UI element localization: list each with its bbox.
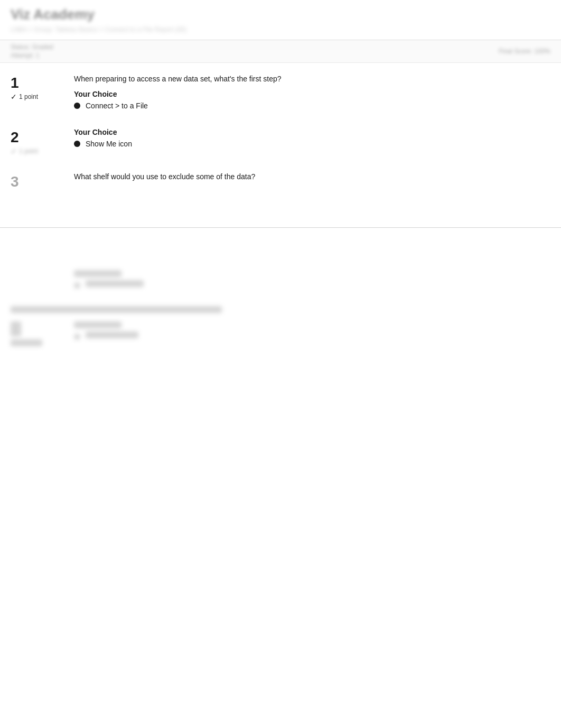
question-3-number-col: 3: [11, 171, 74, 190]
points-value-2: 1 point: [19, 148, 38, 155]
question-1-number-col: 1 ✓ 1 point: [11, 73, 74, 101]
check-icon-2: ✓: [11, 147, 17, 155]
lower-section: [0, 260, 561, 376]
lower-blurred-block: [11, 270, 550, 349]
question-3-text: What shelf would you use to exclude some…: [74, 171, 465, 182]
toolbar-score: Final Score: 100%: [499, 48, 550, 55]
question-1-number: 1: [11, 76, 19, 90]
question-block-2: 2 ✓ 1 point Your Choice Show Me icon: [11, 128, 465, 155]
choice-text-2-0: Show Me icon: [86, 140, 132, 148]
question-3-content: What shelf would you use to exclude some…: [74, 171, 465, 188]
attempt-value: 1: [36, 52, 40, 59]
your-choice-label-2: Your Choice: [74, 128, 465, 136]
question-block-1: 1 ✓ 1 point When preparing to access a n…: [11, 73, 465, 112]
question-2-content: Your Choice Show Me icon: [74, 128, 465, 150]
status-label: Status:: [11, 43, 30, 51]
question-2-number-col: 2 ✓ 1 point: [11, 128, 74, 155]
status-row: Status: Graded: [11, 43, 53, 51]
question-2-number: 2: [11, 130, 19, 145]
attempt-label: Attempt:: [11, 52, 34, 59]
page-header: Viz Academy LNBA > Group: Tableau Basics…: [0, 0, 561, 40]
points-value-1: 1 point: [19, 93, 38, 100]
question-1-content: When preparing to access a new data set,…: [74, 73, 465, 112]
main-content: 1 ✓ 1 point When preparing to access a n…: [0, 63, 475, 217]
breadcrumb: LNBA > Group: Tableau Basics > Connect t…: [11, 26, 550, 33]
page-title: Viz Academy: [11, 6, 550, 23]
toolbar-left: Status: Graded Attempt: 1: [11, 43, 53, 59]
status-value: Graded: [32, 43, 53, 51]
attempt-row: Attempt: 1: [11, 52, 53, 59]
bullet-icon-2-0: [74, 141, 80, 147]
score-label: Final Score: 100%: [499, 48, 550, 55]
choice-text-1-0: Connect > to a File: [86, 102, 148, 110]
question-block-3: 3 What shelf would you use to exclude so…: [11, 171, 465, 190]
bullet-icon-1-0: [74, 103, 80, 109]
question-1-text: When preparing to access a new data set,…: [74, 73, 465, 85]
question-2-points: ✓ 1 point: [11, 147, 38, 155]
your-choice-label-1: Your Choice: [74, 90, 465, 98]
question-1-points: ✓ 1 point: [11, 93, 38, 101]
section-divider: [0, 227, 561, 228]
question-3-number: 3: [11, 173, 19, 190]
choice-item-1-0: Connect > to a File: [74, 102, 465, 110]
check-icon-1: ✓: [11, 93, 17, 101]
choice-item-2-0: Show Me icon: [74, 140, 465, 148]
toolbar: Status: Graded Attempt: 1 Final Score: 1…: [0, 40, 561, 63]
